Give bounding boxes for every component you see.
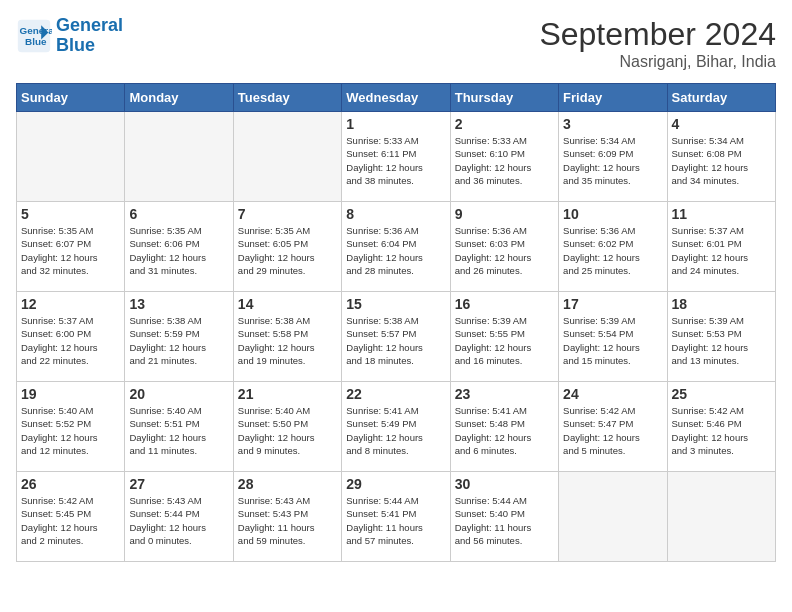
day-cell-3: 3Sunrise: 5:34 AM Sunset: 6:09 PM Daylig… (559, 112, 667, 202)
weekday-header-friday: Friday (559, 84, 667, 112)
day-number: 14 (238, 296, 337, 312)
calendar-week-5: 26Sunrise: 5:42 AM Sunset: 5:45 PM Dayli… (17, 472, 776, 562)
empty-cell (125, 112, 233, 202)
day-info: Sunrise: 5:39 AM Sunset: 5:54 PM Dayligh… (563, 314, 662, 367)
logo-icon: General Blue (16, 18, 52, 54)
day-info: Sunrise: 5:42 AM Sunset: 5:46 PM Dayligh… (672, 404, 771, 457)
day-number: 15 (346, 296, 445, 312)
weekday-header-thursday: Thursday (450, 84, 558, 112)
calendar-week-4: 19Sunrise: 5:40 AM Sunset: 5:52 PM Dayli… (17, 382, 776, 472)
day-cell-14: 14Sunrise: 5:38 AM Sunset: 5:58 PM Dayli… (233, 292, 341, 382)
day-number: 6 (129, 206, 228, 222)
day-info: Sunrise: 5:44 AM Sunset: 5:40 PM Dayligh… (455, 494, 554, 547)
day-cell-7: 7Sunrise: 5:35 AM Sunset: 6:05 PM Daylig… (233, 202, 341, 292)
day-number: 27 (129, 476, 228, 492)
location: Nasriganj, Bihar, India (539, 53, 776, 71)
day-number: 17 (563, 296, 662, 312)
day-info: Sunrise: 5:38 AM Sunset: 5:58 PM Dayligh… (238, 314, 337, 367)
day-cell-23: 23Sunrise: 5:41 AM Sunset: 5:48 PM Dayli… (450, 382, 558, 472)
day-info: Sunrise: 5:37 AM Sunset: 6:00 PM Dayligh… (21, 314, 120, 367)
day-number: 30 (455, 476, 554, 492)
day-number: 20 (129, 386, 228, 402)
day-number: 23 (455, 386, 554, 402)
weekday-header-row: SundayMondayTuesdayWednesdayThursdayFrid… (17, 84, 776, 112)
month-title: September 2024 (539, 16, 776, 53)
day-number: 9 (455, 206, 554, 222)
day-info: Sunrise: 5:33 AM Sunset: 6:11 PM Dayligh… (346, 134, 445, 187)
day-info: Sunrise: 5:33 AM Sunset: 6:10 PM Dayligh… (455, 134, 554, 187)
day-cell-4: 4Sunrise: 5:34 AM Sunset: 6:08 PM Daylig… (667, 112, 775, 202)
day-number: 4 (672, 116, 771, 132)
day-cell-17: 17Sunrise: 5:39 AM Sunset: 5:54 PM Dayli… (559, 292, 667, 382)
day-cell-29: 29Sunrise: 5:44 AM Sunset: 5:41 PM Dayli… (342, 472, 450, 562)
day-info: Sunrise: 5:39 AM Sunset: 5:53 PM Dayligh… (672, 314, 771, 367)
weekday-header-wednesday: Wednesday (342, 84, 450, 112)
day-number: 19 (21, 386, 120, 402)
day-number: 11 (672, 206, 771, 222)
day-cell-20: 20Sunrise: 5:40 AM Sunset: 5:51 PM Dayli… (125, 382, 233, 472)
day-number: 21 (238, 386, 337, 402)
empty-cell (667, 472, 775, 562)
day-info: Sunrise: 5:37 AM Sunset: 6:01 PM Dayligh… (672, 224, 771, 277)
day-number: 22 (346, 386, 445, 402)
svg-text:Blue: Blue (25, 36, 47, 47)
empty-cell (233, 112, 341, 202)
day-number: 10 (563, 206, 662, 222)
day-info: Sunrise: 5:43 AM Sunset: 5:44 PM Dayligh… (129, 494, 228, 547)
day-cell-10: 10Sunrise: 5:36 AM Sunset: 6:02 PM Dayli… (559, 202, 667, 292)
day-cell-18: 18Sunrise: 5:39 AM Sunset: 5:53 PM Dayli… (667, 292, 775, 382)
weekday-header-tuesday: Tuesday (233, 84, 341, 112)
weekday-header-monday: Monday (125, 84, 233, 112)
day-info: Sunrise: 5:44 AM Sunset: 5:41 PM Dayligh… (346, 494, 445, 547)
day-cell-24: 24Sunrise: 5:42 AM Sunset: 5:47 PM Dayli… (559, 382, 667, 472)
day-cell-9: 9Sunrise: 5:36 AM Sunset: 6:03 PM Daylig… (450, 202, 558, 292)
day-number: 25 (672, 386, 771, 402)
day-number: 18 (672, 296, 771, 312)
day-cell-12: 12Sunrise: 5:37 AM Sunset: 6:00 PM Dayli… (17, 292, 125, 382)
day-cell-26: 26Sunrise: 5:42 AM Sunset: 5:45 PM Dayli… (17, 472, 125, 562)
day-cell-15: 15Sunrise: 5:38 AM Sunset: 5:57 PM Dayli… (342, 292, 450, 382)
day-cell-25: 25Sunrise: 5:42 AM Sunset: 5:46 PM Dayli… (667, 382, 775, 472)
day-number: 26 (21, 476, 120, 492)
day-number: 24 (563, 386, 662, 402)
calendar-table: SundayMondayTuesdayWednesdayThursdayFrid… (16, 83, 776, 562)
day-number: 8 (346, 206, 445, 222)
empty-cell (559, 472, 667, 562)
day-cell-21: 21Sunrise: 5:40 AM Sunset: 5:50 PM Dayli… (233, 382, 341, 472)
title-block: September 2024 Nasriganj, Bihar, India (539, 16, 776, 71)
day-info: Sunrise: 5:40 AM Sunset: 5:51 PM Dayligh… (129, 404, 228, 457)
day-cell-11: 11Sunrise: 5:37 AM Sunset: 6:01 PM Dayli… (667, 202, 775, 292)
logo-text: GeneralBlue (56, 16, 123, 56)
svg-text:General: General (20, 25, 52, 36)
day-cell-6: 6Sunrise: 5:35 AM Sunset: 6:06 PM Daylig… (125, 202, 233, 292)
calendar-week-2: 5Sunrise: 5:35 AM Sunset: 6:07 PM Daylig… (17, 202, 776, 292)
day-cell-1: 1Sunrise: 5:33 AM Sunset: 6:11 PM Daylig… (342, 112, 450, 202)
day-info: Sunrise: 5:35 AM Sunset: 6:05 PM Dayligh… (238, 224, 337, 277)
day-info: Sunrise: 5:40 AM Sunset: 5:52 PM Dayligh… (21, 404, 120, 457)
day-info: Sunrise: 5:39 AM Sunset: 5:55 PM Dayligh… (455, 314, 554, 367)
day-number: 2 (455, 116, 554, 132)
day-info: Sunrise: 5:38 AM Sunset: 5:59 PM Dayligh… (129, 314, 228, 367)
day-info: Sunrise: 5:34 AM Sunset: 6:09 PM Dayligh… (563, 134, 662, 187)
day-info: Sunrise: 5:35 AM Sunset: 6:07 PM Dayligh… (21, 224, 120, 277)
day-info: Sunrise: 5:41 AM Sunset: 5:49 PM Dayligh… (346, 404, 445, 457)
day-info: Sunrise: 5:42 AM Sunset: 5:45 PM Dayligh… (21, 494, 120, 547)
calendar-week-3: 12Sunrise: 5:37 AM Sunset: 6:00 PM Dayli… (17, 292, 776, 382)
day-number: 28 (238, 476, 337, 492)
day-cell-13: 13Sunrise: 5:38 AM Sunset: 5:59 PM Dayli… (125, 292, 233, 382)
empty-cell (17, 112, 125, 202)
day-info: Sunrise: 5:36 AM Sunset: 6:03 PM Dayligh… (455, 224, 554, 277)
day-number: 13 (129, 296, 228, 312)
logo: General Blue GeneralBlue (16, 16, 123, 56)
weekday-header-sunday: Sunday (17, 84, 125, 112)
day-cell-30: 30Sunrise: 5:44 AM Sunset: 5:40 PM Dayli… (450, 472, 558, 562)
day-cell-22: 22Sunrise: 5:41 AM Sunset: 5:49 PM Dayli… (342, 382, 450, 472)
page-header: General Blue GeneralBlue September 2024 … (16, 16, 776, 71)
day-cell-19: 19Sunrise: 5:40 AM Sunset: 5:52 PM Dayli… (17, 382, 125, 472)
day-cell-27: 27Sunrise: 5:43 AM Sunset: 5:44 PM Dayli… (125, 472, 233, 562)
day-info: Sunrise: 5:40 AM Sunset: 5:50 PM Dayligh… (238, 404, 337, 457)
day-cell-2: 2Sunrise: 5:33 AM Sunset: 6:10 PM Daylig… (450, 112, 558, 202)
day-info: Sunrise: 5:38 AM Sunset: 5:57 PM Dayligh… (346, 314, 445, 367)
day-number: 1 (346, 116, 445, 132)
day-info: Sunrise: 5:34 AM Sunset: 6:08 PM Dayligh… (672, 134, 771, 187)
